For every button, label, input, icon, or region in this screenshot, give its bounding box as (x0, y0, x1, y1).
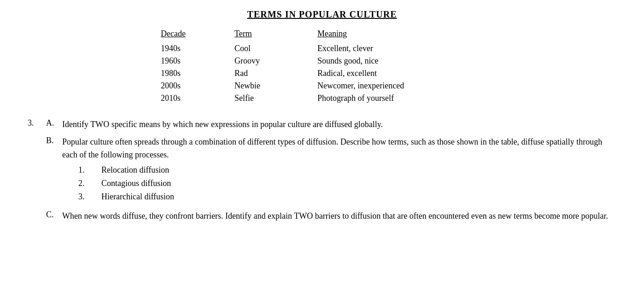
question-3b-header: B. Popular culture often spreads through… (46, 136, 616, 162)
sub-question-2: 2.Contagious diffusion (78, 179, 174, 188)
table-row: 2000sNewbieNewcomer, inexperienced (161, 80, 483, 92)
sub-questions-list: 1.Relocation diffusion2.Contagious diffu… (78, 165, 174, 205)
terms-table-container: Decade Term Meaning 1940sCoolExcellent, … (161, 29, 483, 105)
cell-decade-0: 1940s (161, 42, 234, 55)
question-3c-letter: C. (46, 210, 62, 220)
cell-term-2: Rad (234, 67, 317, 80)
table-row: 1940sCoolExcellent, clever (161, 42, 483, 55)
table-row: 1960sGroovySounds good, nice (161, 55, 483, 67)
question-3b-letter: B. (46, 136, 62, 145)
question-3b-text: Popular culture often spreads through a … (62, 136, 616, 162)
sub-number-1: 1. (78, 165, 101, 175)
col-header-term: Term (234, 29, 317, 42)
col-header-decade: Decade (161, 29, 234, 42)
cell-decade-1: 1960s (161, 55, 234, 67)
question-3-inner: A. Identify TWO specific means by which … (46, 118, 616, 223)
table-row: 1980sRadRadical, excellent (161, 67, 483, 80)
sub-number-3: 3. (78, 192, 101, 202)
cell-term-4: Selfie (234, 92, 317, 105)
terms-table: Decade Term Meaning 1940sCoolExcellent, … (161, 29, 483, 105)
question-3a-letter: A. (46, 118, 62, 128)
sub-text-2: Contagious diffusion (101, 179, 171, 188)
col-header-meaning: Meaning (317, 29, 483, 42)
cell-term-1: Groovy (234, 55, 317, 67)
question-3c: C. When new words diffuse, they confront… (46, 210, 616, 223)
sub-number-2: 2. (78, 179, 101, 188)
question-3b: B. Popular culture often spreads through… (46, 136, 616, 205)
question-3-row: 3. A. Identify TWO specific means by whi… (28, 118, 616, 223)
cell-decade-3: 2000s (161, 80, 234, 92)
cell-decade-4: 2010s (161, 92, 234, 105)
question-3-number: 3. (28, 118, 46, 128)
sub-question-1: 1.Relocation diffusion (78, 165, 174, 175)
question-3c-text: When new words diffuse, they confront ba… (62, 210, 608, 223)
table-row: 2010sSelfiePhotograph of yourself (161, 92, 483, 105)
cell-meaning-0: Excellent, clever (317, 42, 483, 55)
cell-meaning-2: Radical, excellent (317, 67, 483, 80)
page-title: TERMS IN POPULAR CULTURE (28, 9, 616, 20)
question-3a-text: Identify TWO specific means by which new… (62, 118, 383, 131)
sub-question-3: 3.Hierarchical diffusion (78, 192, 174, 202)
sub-text-1: Relocation diffusion (101, 165, 169, 175)
question-3a: A. Identify TWO specific means by which … (46, 118, 616, 131)
cell-term-0: Cool (234, 42, 317, 55)
cell-decade-2: 1980s (161, 67, 234, 80)
cell-meaning-3: Newcomer, inexperienced (317, 80, 483, 92)
cell-term-3: Newbie (234, 80, 317, 92)
cell-meaning-1: Sounds good, nice (317, 55, 483, 67)
questions-section: 3. A. Identify TWO specific means by whi… (28, 118, 616, 223)
cell-meaning-4: Photograph of yourself (317, 92, 483, 105)
sub-text-3: Hierarchical diffusion (101, 192, 174, 202)
